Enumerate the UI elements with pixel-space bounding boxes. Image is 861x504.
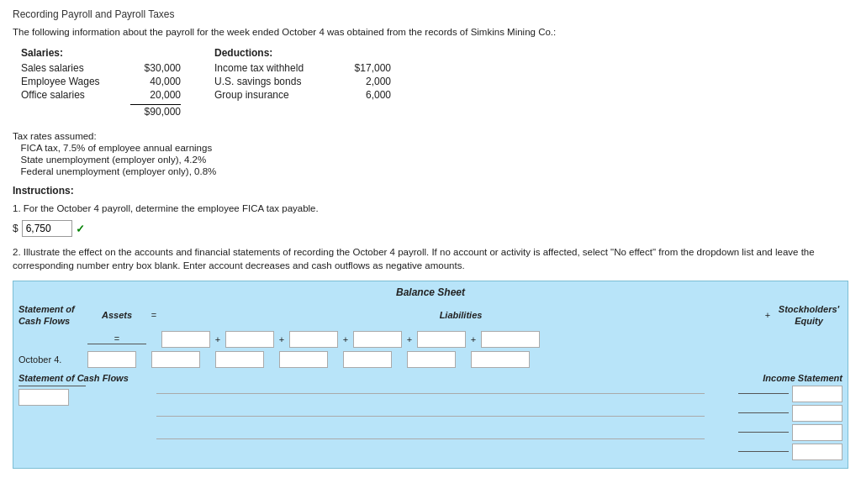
tax-section: Tax rates assumed: FICA tax, 7.5% of emp… xyxy=(13,131,848,176)
salary-total-row: $90,000 xyxy=(21,102,181,118)
income-line-4 xyxy=(738,451,789,452)
tax-item-1: FICA tax, 7.5% of employee annual earnin… xyxy=(13,143,848,153)
col-eq-header: = xyxy=(148,310,160,320)
ded-amount-1: $17,000 xyxy=(341,62,391,74)
scf-bottom-title: Statement of Cash Flows xyxy=(18,373,153,383)
salaries-column: Salaries: Sales salaries $30,000 Employe… xyxy=(21,47,181,119)
salary-amount-2: 40,000 xyxy=(130,76,181,87)
sub-equity-field[interactable] xyxy=(481,331,540,348)
check-mark: ✓ xyxy=(76,223,85,235)
salary-label-3: Office salaries xyxy=(21,89,122,101)
salary-total: $90,000 xyxy=(130,104,181,118)
instructions: Instructions: xyxy=(13,185,848,197)
sub-input-field-4[interactable] xyxy=(353,331,402,348)
bs-header-row: Statement ofCash Flows Assets = Liabilit… xyxy=(18,303,843,328)
salaries-deductions-table: Salaries: Sales salaries $30,000 Employe… xyxy=(21,47,848,119)
ded-row-3: Group insurance 6,000 xyxy=(214,89,391,101)
income-input-3[interactable] xyxy=(792,424,843,441)
sub-input-1 xyxy=(161,331,210,348)
sub-equity-input xyxy=(481,331,540,348)
tax-item-2: State unemployment (employer only), 4.2% xyxy=(13,155,848,165)
sub-input-field-3[interactable] xyxy=(289,331,338,348)
salaries-header: Salaries: xyxy=(21,47,181,59)
scf-bottom: Statement of Cash Flows xyxy=(18,373,153,463)
oct-liab-input-2[interactable] xyxy=(343,351,392,368)
salary-row-3: Office salaries 20,000 xyxy=(21,89,181,101)
sub-input-field-2[interactable] xyxy=(225,331,274,348)
oct-input-2[interactable] xyxy=(215,351,264,368)
scf-input-1[interactable] xyxy=(18,389,69,406)
q1-question: 1. For the October 4 payroll, determine … xyxy=(13,203,848,213)
deductions-header: Deductions: xyxy=(214,47,391,59)
col-scf-header: Statement ofCash Flows xyxy=(18,303,86,328)
oct-liab-input-3[interactable] xyxy=(407,351,456,368)
bs-title: Balance Sheet xyxy=(18,286,843,298)
sub-input-5 xyxy=(417,331,466,348)
sub-eq: = xyxy=(87,333,146,344)
income-line-3 xyxy=(738,432,789,433)
bs-sub-row: = + + + + + xyxy=(18,331,843,348)
oct-assets-input[interactable] xyxy=(87,351,136,368)
ded-row-1: Income tax withheld $17,000 xyxy=(214,62,391,74)
oct-row: October 4. xyxy=(18,351,843,368)
ded-amount-3: 6,000 xyxy=(341,89,391,101)
ded-label-2: U.S. savings bonds xyxy=(214,76,332,87)
income-title: Income Statement xyxy=(708,373,843,383)
sub-plus-5: + xyxy=(404,334,415,344)
tax-item-3: Federal unemployment (employer only), 0.… xyxy=(13,166,848,176)
salary-row-2: Employee Wages 40,000 xyxy=(21,76,181,87)
income-row-2 xyxy=(708,405,843,422)
dollar-sign: $ xyxy=(13,223,18,234)
balance-sheet-container: Balance Sheet Statement ofCash Flows Ass… xyxy=(13,281,848,469)
col-liab-header: Liabilities xyxy=(377,310,545,320)
oct-label: October 4. xyxy=(18,354,86,365)
salary-amount-3: 20,000 xyxy=(130,89,181,101)
income-statement: Income Statement xyxy=(708,373,843,463)
col-assets-header: Assets xyxy=(87,310,146,320)
income-row-4 xyxy=(708,444,843,460)
answer-box: $ ✓ xyxy=(13,220,848,237)
sub-input-field-1[interactable] xyxy=(161,331,210,348)
scf-bottom-line xyxy=(18,386,86,386)
salary-label-2: Employee Wages xyxy=(21,76,122,87)
tax-intro: Tax rates assumed: xyxy=(13,131,848,141)
ded-amount-2: 2,000 xyxy=(341,76,391,87)
sub-input-2 xyxy=(225,331,274,348)
oct-liab-input-1[interactable] xyxy=(279,351,328,368)
fica-answer-input[interactable] xyxy=(22,220,72,237)
sub-input-3 xyxy=(289,331,338,348)
income-line-1 xyxy=(738,393,789,394)
ded-label-3: Group insurance xyxy=(214,89,332,101)
q1-text: 1. For the October 4 payroll, determine … xyxy=(13,203,848,213)
col-plus-right-header: + xyxy=(762,310,774,320)
deductions-column: Deductions: Income tax withheld $17,000 … xyxy=(214,47,391,119)
income-input-4[interactable] xyxy=(792,444,843,460)
sub-input-field-5[interactable] xyxy=(417,331,466,348)
sub-plus-3: + xyxy=(276,334,288,344)
oct-equity-input[interactable] xyxy=(471,351,530,368)
instructions-label: Instructions: xyxy=(13,185,74,197)
income-row-1 xyxy=(708,386,843,402)
sub-plus-6: + xyxy=(467,334,479,344)
salary-label-1: Sales salaries xyxy=(21,62,122,74)
ded-label-1: Income tax withheld xyxy=(214,62,332,74)
ded-row-2: U.S. savings bonds 2,000 xyxy=(214,76,391,87)
income-row-3 xyxy=(708,424,843,441)
sub-plus-2: + xyxy=(212,334,224,344)
income-line-2 xyxy=(738,412,789,413)
income-input-2[interactable] xyxy=(792,405,843,422)
sub-input-4 xyxy=(353,331,402,348)
intro-text: The following information about the payr… xyxy=(13,27,848,37)
middle-area xyxy=(156,373,705,463)
q2-text: 2. Illustrate the effect on the accounts… xyxy=(13,245,848,272)
sub-plus-4: + xyxy=(340,334,351,344)
bs-bottom-row: Statement of Cash Flows Income Statement xyxy=(18,373,843,463)
q2-question: 2. Illustrate the effect on the accounts… xyxy=(13,245,848,272)
income-input-1[interactable] xyxy=(792,386,843,402)
page-title: Recording Payroll and Payroll Taxes xyxy=(13,8,848,20)
salary-row-1: Sales salaries $30,000 xyxy=(21,62,181,74)
salary-amount-1: $30,000 xyxy=(130,62,181,74)
col-equity-header: Stockholders'Equity xyxy=(775,303,843,328)
oct-input-1[interactable] xyxy=(151,351,200,368)
